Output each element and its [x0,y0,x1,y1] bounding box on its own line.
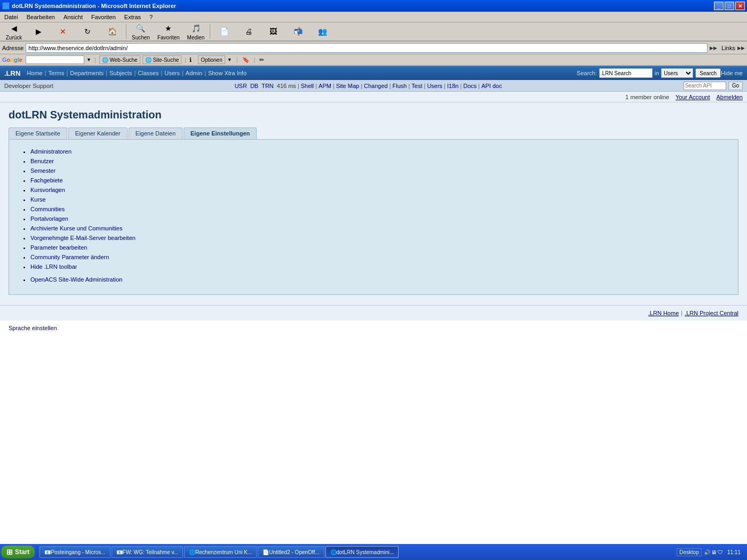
sprache-link[interactable]: Sprache einstellen [9,325,57,331]
menu-datei[interactable]: Datei [2,13,20,21]
google-websearch-button[interactable]: 🌐 Web-Suche [99,55,140,64]
dev-link-apm[interactable]: APM [319,83,331,89]
tab-kalender[interactable]: Eigener Kalender [68,127,128,139]
lrn-nav-admin[interactable]: Admin [186,70,202,76]
tab-dateien[interactable]: Eigene Dateien [129,127,182,139]
address-label: Adresse [2,45,23,51]
dev-link-docs[interactable]: Docs [463,83,476,89]
lrn-search-label: Search: [577,70,597,76]
google-dropdown-icon[interactable]: ▼ [86,57,91,62]
menu-bearbeiten[interactable]: Bearbeiten [25,13,57,21]
dev-link-users[interactable]: Users [427,83,442,89]
mail-button[interactable]: 📬 [286,25,309,38]
link-email-server[interactable]: Vorgenehmgte E-Mail-Server bearbeiten [30,235,136,241]
back-button[interactable]: ◀ Zurück [2,21,26,42]
lrn-search-input[interactable] [599,68,653,78]
media-button[interactable]: 🎵 Medien [184,21,208,42]
back-icon: ◀ [8,22,20,34]
messenger-button[interactable]: 👥 [311,25,334,38]
lrn-nav-classes[interactable]: Classes [138,70,158,76]
google-pencil-icon[interactable]: ✏ [259,57,264,63]
your-account-link[interactable]: Your Account [676,94,710,100]
tab-einstellungen[interactable]: Eigene Einstellungen [184,127,257,139]
footer-lrn-home-link[interactable]: .LRN Home [648,310,679,316]
link-portalvorlagen[interactable]: Portalvorlagen [30,215,68,222]
list-item: Community Parameter ändern [30,254,727,260]
link-openacs[interactable]: OpenACS Site-Wide Administration [30,276,122,283]
lrn-search-select[interactable]: Users Courses All [661,68,693,78]
history-button[interactable]: 📄 [212,25,236,38]
tab-startseite[interactable]: Eigene Startseite [9,127,67,139]
menu-help[interactable]: ? [147,13,155,21]
google-logo: Google [2,57,22,63]
lrn-nav-departments[interactable]: Departments [70,70,104,76]
dev-link-sitemap[interactable]: Site Map [336,83,359,89]
link-communities[interactable]: Communities [30,206,65,212]
dev-link-db[interactable]: DB [250,83,258,89]
link-benutzer[interactable]: Benutzer [30,158,54,164]
dev-link-shell[interactable]: Shell [301,83,314,89]
stop-icon: ✕ [57,26,69,37]
lrn-search-button[interactable]: Search [695,68,721,78]
link-parameter[interactable]: Parameter bearbeiten [30,244,87,251]
dev-link-changed[interactable]: Changed [364,83,388,89]
lrn-nav-home[interactable]: Home [27,70,42,76]
forward-button[interactable]: ▶ [27,25,50,38]
api-go-button[interactable]: Go [728,82,743,90]
google-options-dropdown-icon[interactable]: ▼ [227,57,232,62]
dev-link-i18n[interactable]: I18n [447,83,458,89]
window-title: dotLRN Systemadministration - Microsoft … [12,3,176,9]
menu-extras[interactable]: Extras [122,13,143,21]
stop-button[interactable]: ✕ [51,25,75,38]
lrn-nav-terms[interactable]: Terms [49,70,65,76]
refresh-button[interactable]: ↻ [76,25,99,38]
close-button[interactable]: ✕ [735,2,745,10]
search-button[interactable]: 🔍 Suchen [129,21,153,42]
search-icon: 🔍 [135,22,147,34]
link-kursvorlagen[interactable]: Kursvorlagen [30,187,65,193]
api-search-input[interactable] [684,82,726,90]
link-community-parameter[interactable]: Community Parameter ändern [30,254,109,260]
link-hide-lrn[interactable]: Hide .LRN toolbar [30,263,77,270]
link-semester[interactable]: Semester [30,167,55,174]
dev-link-usr[interactable]: USR [235,83,247,89]
favorites-button[interactable]: ★ Favoriten [154,21,183,42]
logout-link[interactable]: Abmelden [716,94,743,100]
google-sitesearch-button[interactable]: 🌐 Site-Suche [142,55,182,64]
browser-toolbar: ◀ Zurück ▶ ✕ ↻ 🏠 🔍 Suchen ★ Favoriten 🎵 … [0,22,747,42]
address-input[interactable] [26,43,708,53]
link-archivierte[interactable]: Archivierte Kurse und Communities [30,225,122,231]
dev-link-flush[interactable]: Flush [393,83,407,89]
lrn-hide-button[interactable]: Hide me [721,70,743,76]
print-icon: 🖨 [243,26,255,37]
lrn-nav-show-xtra[interactable]: Show Xtra Info [208,70,247,76]
home-button[interactable]: 🏠 [100,25,124,38]
minimize-button[interactable]: _ [714,2,724,10]
google-bookmark-icon[interactable]: 🔖 [242,57,250,63]
link-fachgebiete[interactable]: Fachgebiete [30,177,63,183]
page-footer: .LRN Home | .LRN Project Central [0,305,747,321]
google-separator-2: | [185,57,186,63]
menu-ansicht[interactable]: Ansicht [61,13,85,21]
dev-link-test[interactable]: Test [411,83,422,89]
link-kurse[interactable]: Kurse [30,196,46,203]
google-options-button[interactable]: Optionen [198,55,225,64]
maximize-button[interactable]: □ [725,2,734,10]
messenger-icon: 👥 [316,26,328,37]
media-icon: 🎵 [190,22,202,34]
link-administratoren[interactable]: Administratoren [30,148,71,155]
google-search-input[interactable] [26,55,84,64]
dev-link-trn[interactable]: TRN [261,83,274,89]
lrn-nav-users[interactable]: Users [164,70,180,76]
lrn-nav-subjects[interactable]: Subjects [109,70,132,76]
print-button[interactable]: 🖨 [237,25,260,38]
footer-lrn-project-link[interactable]: .LRN Project Central [685,310,738,316]
home-icon: 🏠 [106,26,118,37]
lrn-nav: Home | Terms | Departments | Subjects | … [27,70,577,76]
dev-bar-links: USR DB TRN 416 ms | Shell | APM | Site M… [235,83,502,89]
links-chevron-icon: ▶▶ [710,45,717,51]
menu-favoriten[interactable]: Favoriten [89,13,118,21]
dev-link-apidoc[interactable]: API doc [481,83,502,89]
google-info-icon[interactable]: ℹ [189,57,192,63]
edit-button[interactable]: 🖼 [261,25,285,38]
